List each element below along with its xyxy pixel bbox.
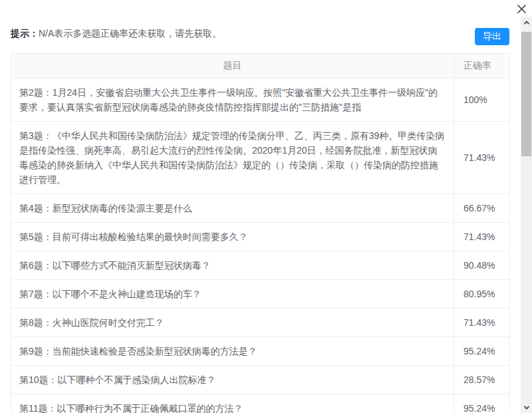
question-cell: 第4题：新型冠状病毒的传染源主要是什么 bbox=[11, 194, 454, 222]
questions-table: 题目 正确率 第2题：1月24日，安徽省启动重大公共卫生事件一级响应。按照"安徽… bbox=[11, 53, 510, 413]
close-button[interactable] bbox=[515, 2, 528, 15]
table-row: 第2题：1月24日，安徽省启动重大公共卫生事件一级响应。按照"安徽省重大公共卫生… bbox=[11, 78, 509, 122]
question-cell: 第2题：1月24日，安徽省启动重大公共卫生事件一级响应。按照"安徽省重大公共卫生… bbox=[11, 78, 454, 121]
table-row: 第9题：当前能快速检验是否感染新型冠状病毒的方法是？ 95.24% bbox=[11, 337, 509, 366]
table-row: 第6题：以下哪些方式不能消灭新型冠状病毒？ 90.48% bbox=[11, 251, 509, 280]
accuracy-cell: 95.24% bbox=[454, 337, 509, 365]
table-row: 第7题：以下哪个不是火神山建造现场的车？ 80.95% bbox=[11, 280, 509, 309]
hint-message: N/A表示多选题正确率还未获取，请先获取。 bbox=[39, 28, 221, 39]
question-cell: 第9题：当前能快速检验是否感染新型冠状病毒的方法是？ bbox=[11, 337, 454, 365]
hint-label: 提示： bbox=[11, 28, 39, 39]
question-cell: 第10题：以下哪种个不属于感染病人出院标准？ bbox=[11, 366, 454, 394]
table-body: 第2题：1月24日，安徽省启动重大公共卫生事件一级响应。按照"安徽省重大公共卫生… bbox=[11, 78, 509, 413]
close-icon bbox=[516, 3, 527, 15]
table-row: 第5题：目前可得出核酸检验结果的最快时间需要多久？ 71.43% bbox=[11, 223, 509, 251]
table-row: 第8题：火神山医院何时交付完工？ 71.43% bbox=[11, 309, 509, 337]
scrollbar-thumb[interactable] bbox=[521, 32, 531, 156]
question-cell: 第6题：以下哪些方式不能消灭新型冠状病毒？ bbox=[11, 251, 454, 279]
accuracy-cell: 80.95% bbox=[454, 280, 509, 308]
accuracy-cell: 100% bbox=[454, 78, 509, 121]
table-header-row: 题目 正确率 bbox=[11, 54, 509, 78]
accuracy-cell: 71.43% bbox=[454, 309, 509, 337]
hint-text: 提示：N/A表示多选题正确率还未获取，请先获取。 bbox=[11, 28, 221, 40]
accuracy-cell: 71.43% bbox=[454, 223, 509, 251]
scroll-up-button[interactable] bbox=[521, 17, 532, 28]
table-row: 第10题：以下哪种个不属于感染病人出院标准？ 28.57% bbox=[11, 366, 509, 394]
question-cell: 第11题：以下哪种行为不属于正确佩戴口罩的的方法？ bbox=[11, 394, 454, 413]
export-button[interactable]: 导出 bbox=[475, 28, 509, 45]
table-row: 第11题：以下哪种行为不属于正确佩戴口罩的的方法？ 95.24% bbox=[11, 394, 509, 413]
accuracy-cell: 71.43% bbox=[454, 122, 509, 194]
chevron-up-icon bbox=[523, 21, 529, 26]
scroll-down-button[interactable] bbox=[521, 402, 532, 413]
chevron-down-icon bbox=[523, 404, 529, 409]
question-cell: 第5题：目前可得出核酸检验结果的最快时间需要多久？ bbox=[11, 223, 454, 251]
accuracy-cell: 66.67% bbox=[454, 194, 509, 222]
scrollbar[interactable] bbox=[521, 17, 532, 413]
question-cell: 第8题：火神山医院何时交付完工？ bbox=[11, 309, 454, 337]
header-accuracy: 正确率 bbox=[454, 54, 509, 78]
accuracy-cell: 90.48% bbox=[454, 251, 509, 279]
header-question: 题目 bbox=[11, 54, 454, 78]
question-cell: 第7题：以下哪个不是火神山建造现场的车？ bbox=[11, 280, 454, 308]
table-row: 第4题：新型冠状病毒的传染源主要是什么 66.67% bbox=[11, 194, 509, 223]
question-cell: 第3题：《中华人民共和国传染病防治法》规定管理的传染病分甲、乙、丙三类，原有39… bbox=[11, 122, 454, 194]
accuracy-cell: 28.57% bbox=[454, 366, 509, 394]
table-row: 第3题：《中华人民共和国传染病防治法》规定管理的传染病分甲、乙、丙三类，原有39… bbox=[11, 122, 509, 194]
accuracy-cell: 95.24% bbox=[454, 394, 509, 413]
